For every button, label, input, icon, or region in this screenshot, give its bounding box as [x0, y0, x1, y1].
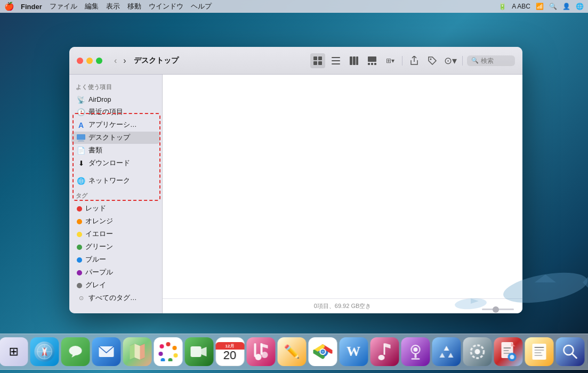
calendar-day: 20: [223, 350, 236, 361]
share-button[interactable]: [407, 53, 422, 68]
traffic-lights: [77, 58, 102, 64]
dock-settings[interactable]: [463, 337, 492, 366]
recents-icon: 🕐: [77, 108, 85, 117]
svg-rect-49: [190, 346, 201, 357]
menu-window[interactable]: ウインドウ: [149, 2, 183, 11]
action-button[interactable]: ⊙▾: [443, 53, 458, 68]
group-button[interactable]: ⊞▾: [383, 53, 398, 68]
dock-safari[interactable]: [30, 337, 59, 366]
list-view-button[interactable]: [328, 53, 343, 68]
minimize-button[interactable]: [86, 58, 93, 64]
tag-blue-label: ブルー: [85, 255, 106, 264]
dock-maps[interactable]: [123, 337, 151, 366]
dock-photos[interactable]: [154, 337, 182, 366]
column-view-button[interactable]: [347, 53, 361, 68]
svg-point-14: [430, 58, 432, 60]
search-input[interactable]: [481, 57, 513, 64]
app-name[interactable]: Finder: [21, 3, 42, 11]
word-icon: W: [347, 344, 360, 360]
dock-mail[interactable]: [92, 337, 120, 366]
sidebar-item-tag-gray[interactable]: グレイ: [71, 279, 160, 291]
toolbar-icons: ⊞▾ ⊙▾ 🔍: [310, 53, 515, 68]
wifi-icon[interactable]: 📶: [536, 3, 544, 10]
svg-rect-0: [313, 56, 317, 60]
sidebar-item-documents[interactable]: 📄 書類: [71, 144, 160, 157]
menu-go[interactable]: 移動: [127, 2, 141, 11]
svg-rect-6: [332, 63, 340, 64]
tag-red-label: レッド: [85, 204, 106, 213]
dock: ⊞ 12月: [0, 334, 588, 370]
user-icon[interactable]: 👤: [562, 3, 570, 10]
dock-freeform[interactable]: ✏️: [277, 337, 306, 366]
dock-word[interactable]: W: [339, 337, 368, 366]
dock-music[interactable]: [370, 337, 399, 366]
recents-label: 最近の項目: [88, 108, 123, 117]
dock-notes[interactable]: [525, 337, 553, 366]
tag-green-label: グリーン: [85, 242, 113, 252]
menubar: 🍎 Finder ファイル 編集 表示 移動 ウインドウ ヘルプ 🔋 A ABC…: [0, 0, 588, 13]
dock-chrome[interactable]: [308, 337, 337, 366]
menu-help[interactable]: ヘルプ: [191, 2, 212, 11]
dock-facetime[interactable]: [184, 337, 213, 366]
tag-button[interactable]: [425, 53, 440, 68]
dock-podcasts[interactable]: [401, 337, 430, 366]
search-box[interactable]: 🔍: [467, 55, 515, 66]
sidebar-item-tag-red[interactable]: レッド: [71, 202, 160, 215]
svg-point-44: [173, 353, 178, 358]
sidebar-item-tag-green[interactable]: グリーン: [71, 241, 160, 253]
svg-rect-72: [503, 350, 509, 351]
icon-view-button[interactable]: [310, 53, 325, 68]
input-source[interactable]: A ABC: [512, 3, 530, 10]
maximize-button[interactable]: [96, 58, 102, 64]
forward-button[interactable]: ›: [121, 55, 128, 67]
back-button[interactable]: ‹: [112, 55, 119, 67]
svg-point-42: [166, 342, 170, 346]
close-button[interactable]: [77, 58, 83, 64]
sidebar-item-tag-blue[interactable]: ブルー: [71, 254, 160, 266]
svg-rect-65: [414, 354, 416, 358]
svg-rect-73: [503, 353, 510, 354]
svg-rect-79: [534, 352, 541, 353]
svg-rect-17: [78, 141, 84, 142]
sidebar-item-desktop[interactable]: デスクトップ: [71, 132, 160, 144]
dock-spotlight[interactable]: [555, 337, 584, 366]
svg-marker-62: [385, 343, 390, 348]
svg-rect-9: [356, 56, 358, 65]
sidebar-item-recents[interactable]: 🕐 最近の項目: [71, 106, 160, 118]
airdrop-label: AirDrop: [88, 96, 111, 103]
statusbar-text: 0項目、69.92 GB空き: [314, 302, 372, 310]
toolbar-separator: [402, 56, 402, 66]
sidebar-item-tag-orange[interactable]: オレンジ: [71, 215, 160, 228]
network-label: ネットワーク: [88, 176, 130, 185]
sidebar-item-airdrop[interactable]: 📡 AirDrop: [71, 94, 160, 106]
svg-point-46: [160, 358, 165, 361]
downloads-icon: ⬇: [77, 159, 85, 168]
calendar-widget: 12月 20: [215, 342, 244, 361]
dock-itunes[interactable]: [246, 337, 275, 366]
tag-purple-label: パープル: [85, 268, 113, 277]
dock-launchpad[interactable]: ⊞: [0, 337, 28, 366]
desktop-icon: [77, 134, 85, 142]
tag-orange-dot: [77, 219, 82, 224]
apple-menu[interactable]: 🍎: [4, 2, 14, 11]
dock-calendar[interactable]: 12月 20: [215, 337, 244, 366]
dock-preview[interactable]: [494, 337, 522, 366]
world-icon[interactable]: 🌐: [576, 3, 584, 10]
nav-buttons: ‹ ›: [112, 55, 128, 67]
menu-file[interactable]: ファイル: [50, 2, 77, 11]
network-icon: 🌐: [77, 177, 85, 185]
gallery-view-button[interactable]: [365, 53, 380, 68]
sidebar-item-tag-yellow[interactable]: イエロー: [71, 228, 160, 240]
tag-gray-dot: [77, 283, 82, 288]
menu-view[interactable]: 表示: [106, 2, 120, 11]
sidebar-item-all-tags[interactable]: ⊙ すべてのタグ…: [71, 292, 160, 304]
sidebar-item-applications[interactable]: A アプリケーシ…: [71, 119, 160, 131]
menu-edit[interactable]: 編集: [85, 2, 99, 11]
sidebar-item-downloads[interactable]: ⬇ ダウンロード: [71, 157, 160, 169]
sidebar-item-tag-purple[interactable]: パープル: [71, 266, 160, 279]
svg-rect-78: [534, 350, 544, 351]
dock-appstore[interactable]: [432, 337, 461, 366]
dock-messages[interactable]: [61, 337, 90, 366]
search-menubar-icon[interactable]: 🔍: [549, 3, 557, 10]
sidebar-item-network[interactable]: 🌐 ネットワーク: [71, 175, 160, 187]
